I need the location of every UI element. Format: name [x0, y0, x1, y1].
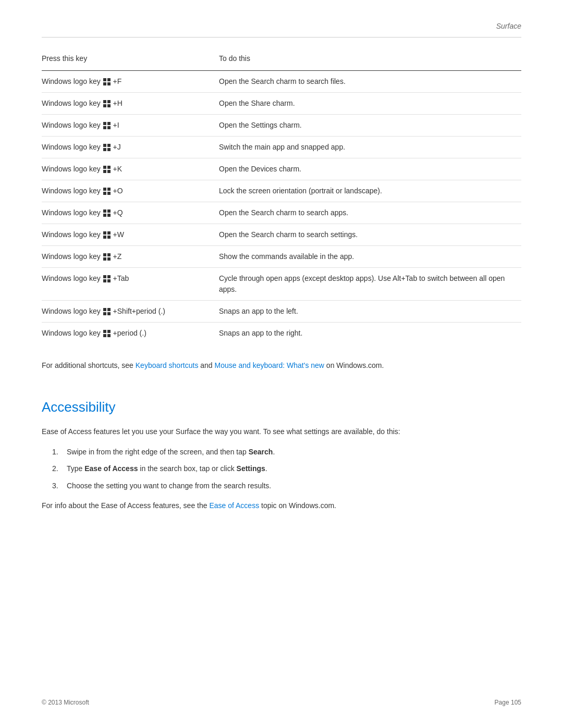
- list-item: 1. Swipe in from the right edge of the s…: [52, 446, 521, 458]
- svg-rect-23: [107, 192, 111, 195]
- svg-rect-44: [103, 330, 106, 333]
- step1-before: Swipe in from the right edge of the scre…: [67, 448, 249, 456]
- keyboard-shortcuts-link[interactable]: Keyboard shortcuts: [136, 361, 199, 369]
- col-key-header: Press this key: [42, 53, 219, 64]
- windows-key-icon: [103, 275, 111, 282]
- svg-rect-47: [107, 334, 111, 337]
- key-label: Windows logo key: [42, 187, 103, 195]
- additional-info-prefix: For additional shortcuts, see: [42, 361, 136, 369]
- key-suffix: +J: [113, 143, 121, 151]
- key-suffix: +Q: [113, 208, 123, 217]
- additional-info-suffix: on Windows.com.: [324, 361, 384, 369]
- key-cell: Windows logo key +period (.): [42, 328, 219, 339]
- key-suffix: +H: [113, 99, 123, 107]
- key-cell: Windows logo key +O: [42, 186, 219, 196]
- svg-rect-37: [107, 275, 111, 278]
- key-label: Windows logo key: [42, 165, 103, 173]
- action-cell: Show the commands available in the app.: [219, 251, 521, 262]
- table-header-row: Press this key To do this: [42, 53, 521, 68]
- key-suffix: +Shift+period (.): [113, 307, 165, 315]
- key-label: Windows logo key: [42, 143, 103, 151]
- key-cell: Windows logo key +I: [42, 120, 219, 131]
- accessibility-intro: Ease of Access features let you use your…: [42, 426, 521, 437]
- svg-rect-24: [103, 209, 106, 213]
- key-label: Windows logo key: [42, 121, 103, 129]
- accessibility-steps-list: 1. Swipe in from the right edge of the s…: [52, 446, 521, 491]
- key-suffix: +I: [113, 121, 119, 129]
- svg-rect-21: [107, 188, 111, 191]
- table-row: Windows logo key +I Open the Settings ch…: [42, 115, 521, 137]
- svg-rect-5: [107, 100, 111, 103]
- key-cell: Windows logo key +H: [42, 98, 219, 109]
- accessibility-footer-after: topic on Windows.com.: [259, 501, 336, 510]
- windows-key-icon: [103, 231, 111, 238]
- table-row: Windows logo key +F Open the Search char…: [42, 71, 521, 93]
- windows-key-icon: [103, 78, 111, 85]
- step2-middle: in the search box, tap or click: [138, 464, 236, 473]
- table-row: Windows logo key +H Open the Share charm…: [42, 93, 521, 115]
- svg-rect-28: [103, 231, 106, 235]
- svg-rect-27: [107, 214, 111, 217]
- key-suffix: +K: [113, 165, 123, 173]
- svg-rect-35: [107, 257, 111, 261]
- action-cell: Open the Search charm to search files.: [219, 76, 521, 87]
- svg-rect-8: [103, 122, 106, 125]
- svg-rect-3: [107, 82, 111, 85]
- key-suffix: +Z: [113, 252, 122, 261]
- page: Surface Press this key To do this Window…: [0, 0, 563, 728]
- list-content: Swipe in from the right edge of the scre…: [67, 446, 521, 458]
- svg-rect-10: [103, 126, 106, 129]
- ease-of-access-link[interactable]: Ease of Access: [209, 501, 259, 510]
- svg-rect-6: [103, 104, 106, 107]
- step1-after: .: [273, 448, 275, 456]
- svg-rect-14: [103, 148, 106, 151]
- accessibility-section: Accessibility Ease of Access features le…: [42, 397, 521, 511]
- svg-rect-29: [107, 231, 111, 235]
- key-label: Windows logo key: [42, 329, 103, 337]
- svg-rect-2: [103, 82, 106, 85]
- additional-info: For additional shortcuts, see Keyboard s…: [42, 360, 521, 371]
- mouse-keyboard-link[interactable]: Mouse and keyboard: What's new: [215, 361, 324, 369]
- action-cell: Open the Search charm to search apps.: [219, 207, 521, 218]
- svg-rect-15: [107, 148, 111, 151]
- key-label: Windows logo key: [42, 230, 103, 239]
- table-row: Windows logo key +Shift+period (.) Snaps…: [42, 301, 521, 323]
- accessibility-heading: Accessibility: [42, 397, 521, 417]
- key-cell: Windows logo key +Shift+period (.): [42, 306, 219, 317]
- key-label: Windows logo key: [42, 274, 103, 282]
- keyboard-shortcuts-table: Press this key To do this Windows logo k…: [42, 53, 521, 344]
- key-suffix: +O: [113, 187, 123, 195]
- step2-before: Type: [67, 464, 84, 473]
- svg-rect-12: [103, 144, 106, 147]
- key-label: Windows logo key: [42, 99, 103, 107]
- table-row: Windows logo key +Z Show the commands av…: [42, 246, 521, 268]
- key-label: Windows logo key: [42, 208, 103, 217]
- svg-rect-11: [107, 126, 111, 129]
- svg-rect-7: [107, 104, 111, 107]
- accessibility-footer: For info about the Ease of Access featur…: [42, 500, 521, 511]
- action-cell: Cycle through open apps (except desktop …: [219, 273, 521, 295]
- action-cell: Open the Settings charm.: [219, 120, 521, 131]
- key-suffix: +period (.): [113, 329, 146, 337]
- key-cell: Windows logo key +Z: [42, 251, 219, 262]
- key-cell: Windows logo key +Tab: [42, 273, 219, 284]
- action-cell: Open the Share charm.: [219, 98, 521, 109]
- key-cell: Windows logo key +J: [42, 142, 219, 153]
- list-item: 2. Type Ease of Access in the search box…: [52, 463, 521, 474]
- list-item: 3. Choose the setting you want to change…: [52, 480, 521, 491]
- additional-info-between: and: [198, 361, 214, 369]
- key-cell: Windows logo key +Q: [42, 207, 219, 218]
- svg-rect-25: [107, 209, 111, 213]
- table-row: Windows logo key +W Open the Search char…: [42, 224, 521, 246]
- svg-rect-40: [103, 308, 106, 311]
- windows-key-icon: [103, 165, 111, 172]
- list-content: Type Ease of Access in the search box, t…: [67, 463, 521, 474]
- svg-rect-20: [103, 188, 106, 191]
- key-cell: Windows logo key +F: [42, 76, 219, 87]
- windows-key-icon: [103, 100, 111, 107]
- svg-rect-26: [103, 214, 106, 217]
- table-row: Windows logo key +O Lock the screen orie…: [42, 180, 521, 202]
- windows-key-icon: [103, 121, 111, 129]
- windows-key-icon: [103, 329, 111, 337]
- table-row: Windows logo key +Tab Cycle through open…: [42, 268, 521, 301]
